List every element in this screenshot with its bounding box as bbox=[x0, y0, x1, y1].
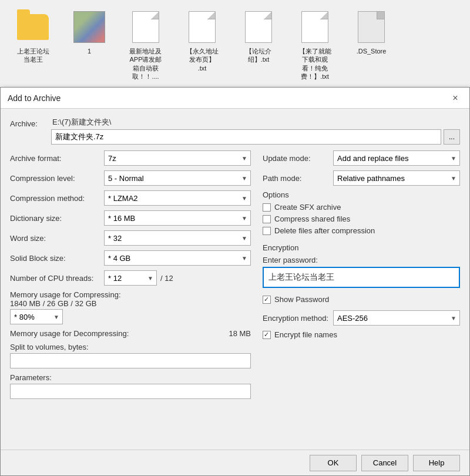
txt-file-icon bbox=[129, 11, 162, 43]
archive-path-group: E:\(7)新建文件夹\ ... bbox=[51, 117, 460, 145]
path-mode-label: Path mode: bbox=[263, 174, 333, 183]
cpu-threads-suffix: / 12 bbox=[160, 274, 173, 283]
show-password-label: Show Password bbox=[274, 295, 329, 304]
encryption-method-select[interactable]: AES-256 bbox=[333, 310, 460, 326]
compression-method-select-wrap: * LZMA2 ▼ bbox=[104, 190, 251, 206]
encrypt-filenames-checkbox[interactable] bbox=[263, 331, 271, 339]
file-label: 【永久地址 发布页】 .txt bbox=[186, 47, 219, 72]
cpu-threads-select-wrap: * 12 ▼ bbox=[104, 270, 157, 286]
compression-level-select[interactable]: 5 - Normal bbox=[104, 170, 251, 186]
close-button[interactable]: × bbox=[448, 91, 462, 105]
solid-block-size-select-wrap: * 4 GB ▼ bbox=[104, 250, 251, 266]
file-label: 最新地址及 APP请发邮 箱自动获 取！！.... bbox=[129, 47, 162, 81]
encryption-method-row: Encryption method: AES-256 ▼ bbox=[263, 310, 460, 326]
dialog-footer: OK Cancel Help bbox=[1, 450, 469, 475]
create-sfx-row: Create SFX archive bbox=[263, 203, 460, 212]
create-sfx-checkbox[interactable] bbox=[263, 203, 271, 212]
dictionary-size-select[interactable]: * 16 MB bbox=[104, 210, 251, 226]
file-item-txt3[interactable]: 【论坛介 绍】.txt bbox=[235, 11, 282, 64]
encryption-section: Encryption Enter password: Show Password… bbox=[263, 243, 460, 339]
file-item-txt2[interactable]: 【永久地址 发布页】 .txt bbox=[179, 11, 226, 72]
cpu-threads-select[interactable]: * 12 bbox=[104, 270, 157, 286]
cpu-threads-row: Number of CPU threads: * 12 ▼ / 12 bbox=[10, 270, 251, 286]
path-mode-select-wrap: Relative pathnames ▼ bbox=[333, 170, 460, 186]
dictionary-size-label: Dictionary size: bbox=[10, 214, 104, 223]
word-size-row: Word size: * 32 ▼ bbox=[10, 230, 251, 246]
update-mode-select[interactable]: Add and replace files bbox=[333, 150, 460, 166]
split-volumes-row: Split to volumes, bytes: bbox=[10, 343, 251, 368]
solid-block-size-row: Solid Block size: * 4 GB ▼ bbox=[10, 250, 251, 266]
cpu-threads-label: Number of CPU threads: bbox=[10, 274, 104, 283]
parameters-label: Parameters: bbox=[10, 373, 251, 382]
compression-method-label: Compression method: bbox=[10, 194, 104, 203]
parameters-input[interactable] bbox=[10, 384, 251, 399]
encryption-title: Encryption bbox=[263, 243, 460, 252]
file-label: .DS_Store bbox=[357, 47, 387, 55]
word-size-select-wrap: * 32 ▼ bbox=[104, 230, 251, 246]
archive-filename-input[interactable] bbox=[51, 129, 441, 145]
dialog-body: Archive: E:\(7)新建文件夹\ ... Archive format… bbox=[1, 109, 469, 412]
txt-file-icon bbox=[298, 11, 331, 43]
solid-block-size-select[interactable]: * 4 GB bbox=[104, 250, 251, 266]
compression-level-row: Compression level: 5 - Normal ▼ bbox=[10, 170, 251, 186]
archive-input-row: ... bbox=[51, 129, 460, 145]
word-size-select[interactable]: * 32 bbox=[104, 230, 251, 246]
file-item-txt4[interactable]: 【来了就能 下载和观 看！纯免 费！】.txt bbox=[291, 11, 338, 81]
compression-method-select[interactable]: * LZMA2 bbox=[104, 190, 251, 206]
compression-level-label: Compression level: bbox=[10, 174, 104, 183]
file-item-folder1[interactable]: 上老王论坛 当老王 bbox=[9, 11, 56, 64]
delete-after-label: Delete files after compression bbox=[274, 226, 375, 235]
ok-button[interactable]: OK bbox=[310, 455, 357, 471]
file-item-txt1[interactable]: 最新地址及 APP请发邮 箱自动获 取！！.... bbox=[122, 11, 169, 81]
dictionary-size-row: Dictionary size: * 16 MB ▼ bbox=[10, 210, 251, 226]
cancel-button[interactable]: Cancel bbox=[361, 455, 408, 471]
left-column: Archive format: 7z ▼ Compression level: … bbox=[10, 150, 251, 404]
update-mode-label: Update mode: bbox=[263, 154, 333, 163]
file-label: 【论坛介 绍】.txt bbox=[246, 47, 271, 64]
word-size-label: Word size: bbox=[10, 234, 104, 243]
update-mode-row: Update mode: Add and replace files ▼ bbox=[263, 150, 460, 166]
encryption-method-label: Encryption method: bbox=[263, 314, 333, 323]
folder-icon bbox=[16, 11, 49, 43]
compress-shared-row: Compress shared files bbox=[263, 214, 460, 223]
file-item-ds1[interactable]: .DS_Store bbox=[348, 11, 395, 55]
dialog-titlebar: Add to Archive × bbox=[1, 88, 469, 109]
txt-file-icon bbox=[186, 11, 219, 43]
compress-shared-checkbox[interactable] bbox=[263, 215, 271, 223]
file-label: 【来了就能 下载和观 看！纯免 费！】.txt bbox=[299, 47, 331, 81]
file-item-img1[interactable]: 1 bbox=[66, 11, 113, 55]
show-password-row: Show Password bbox=[263, 295, 460, 304]
right-column: Update mode: Add and replace files ▼ Pat… bbox=[263, 150, 460, 404]
path-mode-select[interactable]: Relative pathnames bbox=[333, 170, 460, 186]
archive-format-label: Archive format: bbox=[10, 154, 104, 163]
solid-block-size-label: Solid Block size: bbox=[10, 254, 104, 263]
encryption-method-select-wrap: AES-256 ▼ bbox=[333, 310, 460, 326]
file-label: 1 bbox=[88, 47, 91, 55]
memory-decompressing-label: Memory usage for Decompressing: bbox=[10, 329, 229, 338]
encrypt-filenames-row: Encrypt file names bbox=[263, 330, 460, 339]
password-input[interactable] bbox=[263, 267, 460, 288]
add-to-archive-dialog: Add to Archive × Archive: E:\(7)新建文件夹\ .… bbox=[0, 87, 470, 476]
archive-format-select[interactable]: 7z bbox=[104, 150, 251, 166]
path-mode-row: Path mode: Relative pathnames ▼ bbox=[263, 170, 460, 186]
split-volumes-input[interactable] bbox=[10, 353, 251, 368]
txt-file-icon bbox=[242, 11, 275, 43]
memory-compressing-row: Memory usage for Compressing: 1840 MB / … bbox=[10, 290, 251, 324]
help-button[interactable]: Help bbox=[413, 455, 460, 471]
delete-after-checkbox[interactable] bbox=[263, 227, 271, 235]
create-sfx-label: Create SFX archive bbox=[274, 203, 341, 212]
password-label: Enter password: bbox=[263, 256, 460, 264]
options-title: Options bbox=[263, 190, 460, 199]
memory-compressing-select[interactable]: * 80% bbox=[10, 309, 63, 324]
dictionary-size-select-wrap: * 16 MB ▼ bbox=[104, 210, 251, 226]
browse-button[interactable]: ... bbox=[444, 129, 460, 145]
dialog-title: Add to Archive bbox=[8, 93, 61, 103]
archive-format-select-wrap: 7z ▼ bbox=[104, 150, 251, 166]
ds-file-icon bbox=[355, 11, 388, 43]
show-password-checkbox[interactable] bbox=[263, 296, 271, 304]
memory-compressing-label: Memory usage for Compressing: bbox=[10, 290, 121, 299]
update-mode-select-wrap: Add and replace files ▼ bbox=[333, 150, 460, 166]
memory-compressing-select-wrap: * 80% ▼ bbox=[10, 309, 63, 324]
compress-shared-label: Compress shared files bbox=[274, 214, 350, 223]
file-label: 上老王论坛 当老王 bbox=[17, 47, 49, 64]
